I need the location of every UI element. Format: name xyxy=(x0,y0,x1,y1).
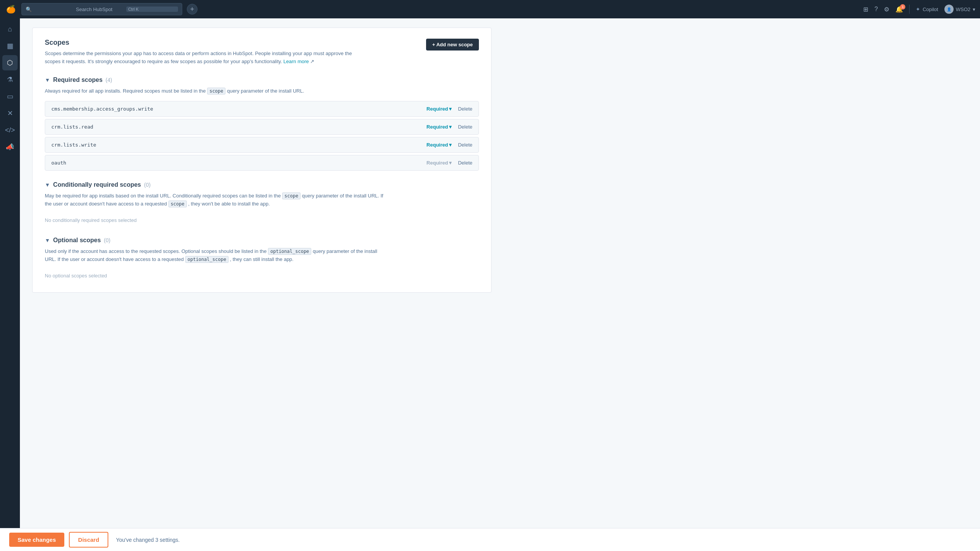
conditional-scope-code2: scope xyxy=(168,201,187,207)
conditional-scopes-section: ▼ Conditionally required scopes (0) May … xyxy=(45,181,479,226)
scope-name: crm.lists.read xyxy=(51,124,426,130)
optional-scopes-section: ▼ Optional scopes (0) Used only if the a… xyxy=(45,237,479,282)
nav-divider xyxy=(909,5,910,14)
sidebar-item-lab[interactable]: ⚗ xyxy=(2,72,18,87)
search-icon: 🔍 xyxy=(26,7,74,12)
scope-actions: Required ▾ Delete xyxy=(426,106,472,112)
user-menu[interactable]: 👤 WSO2 ▾ xyxy=(944,5,975,14)
required-scopes-title: Required scopes xyxy=(53,77,103,83)
optional-scopes-header[interactable]: ▼ Optional scopes (0) xyxy=(45,237,479,244)
scope-type-button[interactable]: Required ▾ xyxy=(426,160,452,166)
copilot-star-icon: ✦ xyxy=(916,6,920,12)
scopes-header: Scopes Scopes determine the permissions … xyxy=(45,39,479,66)
settings-icon[interactable]: ⚙ xyxy=(884,6,889,13)
scope-name: crm.lists.write xyxy=(51,142,426,148)
add-button[interactable]: + xyxy=(187,4,198,15)
table-row: crm.lists.write Required ▾ Delete xyxy=(45,137,479,153)
avatar: 👤 xyxy=(944,5,954,14)
conditional-chevron-icon: ▼ xyxy=(45,182,50,188)
main-content: Scopes Scopes determine the permissions … xyxy=(20,18,980,528)
help-icon[interactable]: ? xyxy=(874,6,878,13)
required-scopes-count: (4) xyxy=(106,77,112,83)
conditional-scopes-header[interactable]: ▼ Conditionally required scopes (0) xyxy=(45,181,479,188)
add-new-scope-button[interactable]: + Add new scope xyxy=(426,39,479,51)
dropdown-icon: ▾ xyxy=(449,142,452,148)
required-scopes-header[interactable]: ▼ Required scopes (4) xyxy=(45,77,479,83)
optional-scopes-count: (0) xyxy=(104,237,110,243)
page-title: Scopes xyxy=(45,39,359,47)
scope-name: oauth xyxy=(51,160,426,166)
scope-delete-button[interactable]: Delete xyxy=(458,142,472,148)
scope-type-button[interactable]: Required ▾ xyxy=(426,124,452,130)
conditional-empty-state: No conditionally required scopes selecte… xyxy=(45,214,479,226)
sidebar-item-dashboard[interactable]: ▦ xyxy=(2,38,18,54)
required-scopes-section: ▼ Required scopes (4) Always required fo… xyxy=(45,77,479,171)
table-row: crm.lists.read Required ▾ Delete xyxy=(45,119,479,135)
grid-icon[interactable]: ⊞ xyxy=(863,6,868,13)
conditional-scope-code1: scope xyxy=(282,192,301,199)
optional-scope-code1: optional_scope xyxy=(268,248,311,255)
search-placeholder: Search HubSpot xyxy=(76,7,124,12)
scope-actions: Required ▾ Delete xyxy=(426,160,472,166)
sidebar-item-home[interactable]: ⌂ xyxy=(2,21,18,37)
scopes-info: Scopes Scopes determine the permissions … xyxy=(45,39,359,66)
sidebar-item-apps[interactable]: ⬡ xyxy=(2,55,18,70)
top-navigation: 🍊 🔍 Search HubSpot Ctrl K + ⊞ ? ⚙ 🔔 1 ✦ … xyxy=(0,0,980,18)
user-name: WSO2 xyxy=(956,7,970,12)
scope-type-button[interactable]: Required ▾ xyxy=(426,106,452,112)
dropdown-icon: ▾ xyxy=(449,160,452,166)
conditional-scopes-count: (0) xyxy=(144,182,150,188)
learn-more-link[interactable]: Learn more xyxy=(283,59,309,64)
search-bar[interactable]: 🔍 Search HubSpot Ctrl K xyxy=(21,3,182,15)
scope-delete-button[interactable]: Delete xyxy=(458,106,472,112)
optional-empty-state: No optional scopes selected xyxy=(45,270,479,282)
scope-actions: Required ▾ Delete xyxy=(426,142,472,148)
chevron-down-icon: ▾ xyxy=(973,7,975,12)
content-card: Scopes Scopes determine the permissions … xyxy=(32,28,492,293)
scope-name: cms.membership.access_groups.write xyxy=(51,106,426,112)
search-shortcut: Ctrl K xyxy=(126,7,178,12)
dropdown-icon: ▾ xyxy=(449,106,452,112)
required-scope-list: cms.membership.access_groups.write Requi… xyxy=(45,101,479,171)
scopes-description: Scopes determine the permissions your ap… xyxy=(45,50,359,66)
nav-right: ⊞ ? ⚙ 🔔 1 ✦ Copilot 👤 WSO2 ▾ xyxy=(863,5,975,14)
scope-code-inline: scope xyxy=(207,88,225,95)
optional-scope-code2: optional_scope xyxy=(185,256,229,263)
scope-type-button[interactable]: Required ▾ xyxy=(426,142,452,148)
sidebar-item-megaphone[interactable]: 📣 xyxy=(2,139,18,155)
required-scopes-desc: Always required for all app installs. Re… xyxy=(45,87,389,95)
scope-delete-button[interactable]: Delete xyxy=(458,124,472,130)
optional-chevron-icon: ▼ xyxy=(45,237,50,243)
required-chevron-icon: ▼ xyxy=(45,77,50,83)
scope-actions: Required ▾ Delete xyxy=(426,124,472,130)
conditional-scopes-title: Conditionally required scopes xyxy=(53,181,141,188)
table-row: cms.membership.access_groups.write Requi… xyxy=(45,101,479,117)
sidebar-item-code[interactable]: </> xyxy=(2,122,18,138)
table-row: oauth Required ▾ Delete xyxy=(45,155,479,171)
dropdown-icon: ▾ xyxy=(449,124,452,130)
optional-scopes-title: Optional scopes xyxy=(53,237,101,244)
notification-badge: 1 xyxy=(900,4,905,10)
sidebar: ⌂ ▦ ⬡ ⚗ ▭ ✕ </> 📣 xyxy=(0,18,20,528)
hubspot-logo: 🍊 xyxy=(5,3,17,15)
scope-delete-button[interactable]: Delete xyxy=(458,160,472,166)
sidebar-item-tools[interactable]: ✕ xyxy=(2,106,18,121)
conditional-scopes-desc: May be required for app installs based o… xyxy=(45,192,389,208)
copilot-button[interactable]: ✦ Copilot xyxy=(916,6,938,12)
copilot-label: Copilot xyxy=(923,7,938,12)
sidebar-item-inbox[interactable]: ▭ xyxy=(2,89,18,104)
notifications-icon[interactable]: 🔔 1 xyxy=(895,6,903,13)
optional-scopes-desc: Used only if the account has access to t… xyxy=(45,248,389,264)
